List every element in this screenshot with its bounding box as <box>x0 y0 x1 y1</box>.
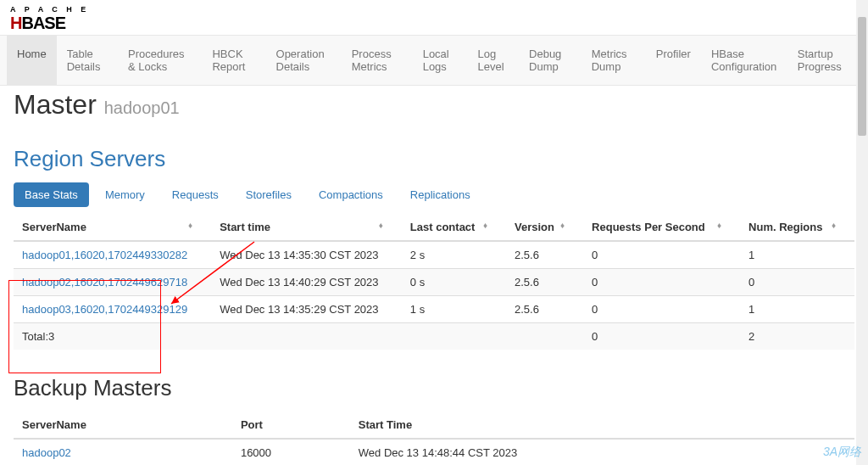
backup-masters-table: ServerName Port Start Time hadoop02 1600… <box>14 412 854 465</box>
tab-base-stats[interactable]: Base Stats <box>14 182 89 207</box>
server-link[interactable]: hadoop02,16020,1702449629718 <box>22 276 187 289</box>
col-servername[interactable]: ServerName <box>14 412 232 439</box>
logo: A P A C H E HBASE <box>0 0 868 35</box>
table-row: hadoop02 16000 Wed Dec 13 14:48:44 CST 2… <box>14 439 854 465</box>
table-row: hadoop01,16020,1702449330282 Wed Dec 13 … <box>14 241 854 269</box>
nav-procedures-locks[interactable]: Procedures & Locks <box>118 36 202 85</box>
col-rps[interactable]: Requests Per Second♦ <box>583 214 740 241</box>
tab-compactions[interactable]: Compactions <box>308 182 394 207</box>
sort-icon: ♦ <box>188 221 192 230</box>
navbar: Home Table Details Procedures & Locks HB… <box>0 35 868 86</box>
tab-replications[interactable]: Replications <box>399 182 481 207</box>
server-link[interactable]: hadoop02 <box>22 446 71 459</box>
nav-home[interactable]: Home <box>7 36 57 85</box>
nav-hbck-report[interactable]: HBCK Report <box>202 36 265 85</box>
nav-profiler[interactable]: Profiler <box>646 36 701 85</box>
table-row: hadoop02,16020,1702449629718 Wed Dec 13 … <box>14 269 854 296</box>
region-servers-heading: Region Servers <box>14 146 854 172</box>
nav-operation-details[interactable]: Operation Details <box>266 36 342 85</box>
sort-icon: ♦ <box>832 221 836 230</box>
col-starttime[interactable]: Start time♦ <box>211 214 402 241</box>
watermark: 3A网络 <box>823 445 861 460</box>
nav-local-logs[interactable]: Local Logs <box>413 36 468 85</box>
sort-icon: ♦ <box>379 221 383 230</box>
region-servers-table: ServerName♦ Start time♦ Last contact♦ Ve… <box>14 214 854 350</box>
col-regions[interactable]: Num. Regions♦ <box>740 214 854 241</box>
tab-storefiles[interactable]: Storefiles <box>235 182 303 207</box>
nav-log-level[interactable]: Log Level <box>467 36 519 85</box>
sort-icon: ♦ <box>560 221 565 230</box>
nav-table-details[interactable]: Table Details <box>57 36 118 85</box>
sort-icon: ♦ <box>717 221 721 230</box>
nav-hbase-config[interactable]: HBase Configuration <box>701 36 787 85</box>
nav-metrics-dump[interactable]: Metrics Dump <box>581 36 646 85</box>
page-title: Master hadoop01 <box>14 89 854 120</box>
tab-memory[interactable]: Memory <box>94 182 156 207</box>
nav-debug-dump[interactable]: Debug Dump <box>519 36 581 85</box>
col-servername[interactable]: ServerName♦ <box>14 214 211 241</box>
backup-masters-heading: Backup Masters <box>14 375 854 401</box>
col-lastcontact[interactable]: Last contact♦ <box>402 214 506 241</box>
scrollbar-thumb[interactable] <box>858 17 866 136</box>
sort-icon: ♦ <box>483 221 487 230</box>
region-servers-tabs: Base Stats Memory Requests Storefiles Co… <box>14 182 854 207</box>
table-row: hadoop03,16020,1702449329129 Wed Dec 13 … <box>14 296 854 323</box>
col-version[interactable]: Version♦ <box>506 214 583 241</box>
nav-process-metrics[interactable]: Process Metrics <box>342 36 413 85</box>
server-link[interactable]: hadoop03,16020,1702449329129 <box>22 303 187 316</box>
col-port[interactable]: Port <box>232 412 350 439</box>
logo-main-text: HBASE <box>10 14 858 33</box>
table-total-row: Total:3 0 2 <box>14 323 854 350</box>
server-link[interactable]: hadoop01,16020,1702449330282 <box>22 249 187 261</box>
logo-top-text: A P A C H E <box>10 5 858 14</box>
nav-startup-progress[interactable]: Startup Progress <box>787 36 861 85</box>
col-starttime[interactable]: Start Time <box>350 412 854 439</box>
tab-requests[interactable]: Requests <box>161 182 230 207</box>
